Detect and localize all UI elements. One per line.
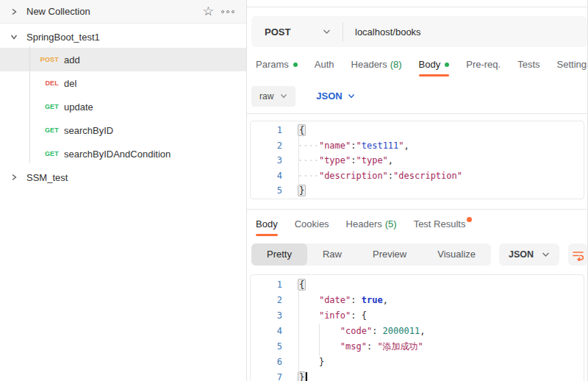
request-row-searchbyidandcondition[interactable]: GETsearchByIDAndCondition xyxy=(0,142,246,165)
token-bool: true xyxy=(362,295,383,305)
request-body-editor[interactable]: 1{2····"name":"test111",3····"type":"typ… xyxy=(250,121,584,199)
green-dot-icon xyxy=(293,63,298,67)
request-tab-tests[interactable]: Tests xyxy=(517,57,539,79)
request-tab-auth[interactable]: Auth xyxy=(315,57,334,79)
code-line: 7} xyxy=(251,370,584,381)
code-content: } xyxy=(296,355,324,370)
chevron-right-icon[interactable] xyxy=(9,172,19,182)
line-number: 5 xyxy=(251,183,296,199)
collection-row-ssm-test[interactable]: SSM_test xyxy=(0,165,246,189)
tab-label: Cookies xyxy=(295,218,329,229)
more-options-icon[interactable] xyxy=(221,10,234,13)
token-str: "description" xyxy=(393,171,462,181)
token-strblue: test111 xyxy=(362,140,399,151)
token-key: "code" xyxy=(340,326,372,336)
code-content: "date": true, xyxy=(296,293,388,308)
tab-label: Test Results xyxy=(414,218,466,229)
language-dropdown[interactable]: JSON xyxy=(316,90,354,102)
view-raw[interactable]: Raw xyxy=(307,243,357,266)
bracket-guide xyxy=(319,324,320,356)
request-name: searchByID xyxy=(64,125,113,136)
token-str: "type" xyxy=(356,155,388,165)
text-cursor xyxy=(306,372,307,381)
request-list: POSTaddDELdelGETupdateGETsearchByIDGETse… xyxy=(0,48,246,165)
request-row-searchbyid[interactable]: GETsearchByID xyxy=(0,118,246,142)
collection-name: New Collection xyxy=(26,6,90,17)
request-name: searchByIDAndCondition xyxy=(64,149,171,160)
token-plain xyxy=(298,310,319,321)
code-content: { xyxy=(296,277,306,293)
body-type-dropdown[interactable]: raw xyxy=(251,86,295,107)
request-tab-pre-req[interactable]: Pre-req. xyxy=(466,57,501,79)
request-panel: POST localhost/books ParamsAuthHeaders(8… xyxy=(247,0,588,381)
collection-row-new-collection[interactable]: New Collection ☆ xyxy=(0,0,246,24)
request-name: add xyxy=(64,54,80,65)
request-name: del xyxy=(64,78,76,89)
request-row-del[interactable]: DELdel xyxy=(0,71,246,95)
request-tab-headers[interactable]: Headers(8) xyxy=(351,57,402,79)
wrap-lines-button[interactable] xyxy=(568,243,587,266)
star-icon[interactable]: ☆ xyxy=(203,5,214,18)
token-key: "date" xyxy=(319,295,351,305)
body-type-label: raw xyxy=(259,91,273,102)
request-tab-body[interactable]: Body xyxy=(419,57,450,79)
tab-label: Auth xyxy=(315,59,334,70)
line-number: 4 xyxy=(251,324,296,339)
method-badge: DEL xyxy=(34,79,59,87)
collections-sidebar: New Collection ☆ SpringBoot_test1 POSTad… xyxy=(0,0,247,381)
collection-name: SSM_test xyxy=(26,172,68,183)
wrap-lines-icon xyxy=(571,249,585,261)
method-badge: GET xyxy=(34,103,59,110)
bracket-guide xyxy=(298,291,299,374)
tab-label: Body xyxy=(419,59,441,70)
code-line: 2····"name":"test111", xyxy=(251,138,584,154)
token-plain: : xyxy=(351,310,361,321)
code-content: "info": { xyxy=(296,308,367,324)
tab-label: Settings xyxy=(557,59,587,70)
method-badge: GET xyxy=(34,127,59,134)
view-pretty[interactable]: Pretty xyxy=(251,243,307,266)
request-row-add[interactable]: POSTadd xyxy=(0,48,246,71)
token-plain: } xyxy=(298,357,324,367)
response-tab-body[interactable]: Body xyxy=(256,217,278,238)
line-number: 3 xyxy=(251,308,296,324)
view-visualize[interactable]: Visualize xyxy=(422,243,491,266)
method-dropdown[interactable]: POST xyxy=(251,26,343,38)
collection-row-springboot-test1[interactable]: SpringBoot_test1 xyxy=(0,26,246,48)
code-content: ····"type":"type", xyxy=(296,153,393,168)
chevron-right-icon[interactable] xyxy=(9,7,19,17)
orange-dot-icon xyxy=(467,217,472,222)
token-plain: { xyxy=(362,310,367,321)
request-tab-settings[interactable]: Settings xyxy=(557,57,587,79)
response-tab-headers[interactable]: Headers(5) xyxy=(346,217,397,238)
request-tab-params[interactable]: Params xyxy=(256,57,298,79)
token-plain: : xyxy=(372,326,382,336)
format-label: JSON xyxy=(509,249,534,260)
tree-indent-guide xyxy=(29,46,30,163)
response-body-editor[interactable]: 1{2 "date": true,3 "info": {4 "code": 20… xyxy=(250,274,584,381)
token-plain xyxy=(298,295,319,305)
postman-window: New Collection ☆ SpringBoot_test1 POSTad… xyxy=(0,0,588,381)
token-num: 2000011 xyxy=(383,326,420,336)
token-key: " xyxy=(356,140,362,151)
view-preview[interactable]: Preview xyxy=(357,243,422,266)
url-input[interactable]: localhost/books xyxy=(343,26,421,38)
response-tab-cookies[interactable]: Cookies xyxy=(295,217,329,238)
token-plain: , xyxy=(383,295,388,305)
chevron-down-icon xyxy=(348,93,355,99)
chevron-down-icon[interactable] xyxy=(9,32,19,42)
response-tabs: BodyCookiesHeaders(5)Test Results xyxy=(247,210,587,238)
tab-label: Pre-req. xyxy=(466,59,501,70)
response-tab-test-results[interactable]: Test Results xyxy=(414,216,473,238)
token-key: "name" xyxy=(319,140,351,151)
green-dot-icon xyxy=(445,63,449,67)
token-hl: { xyxy=(298,124,306,136)
token-plain: : xyxy=(351,155,356,165)
code-line: 2 "date": true, xyxy=(251,293,584,308)
view-segmented-control: PrettyRawPreviewVisualize xyxy=(251,243,491,266)
collection-name: SpringBoot_test1 xyxy=(26,32,100,43)
language-label: JSON xyxy=(316,90,342,102)
request-row-update[interactable]: GETupdate xyxy=(0,95,246,118)
response-format-dropdown[interactable]: JSON xyxy=(499,243,559,266)
token-key: "type" xyxy=(319,155,351,165)
